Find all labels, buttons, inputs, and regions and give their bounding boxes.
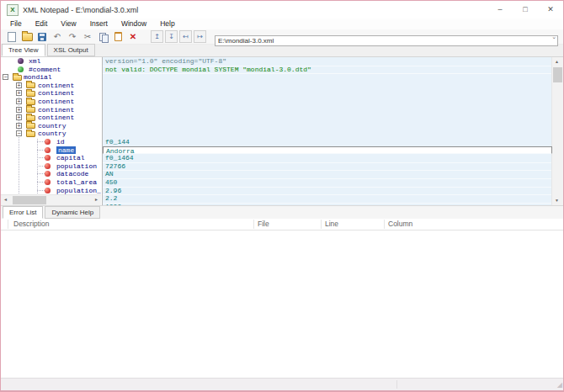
- value-cell[interactable]: [103, 122, 552, 130]
- menu-bar: File Edit View Insert Window Help: [1, 19, 563, 29]
- cut-button[interactable]: ✂: [81, 30, 94, 43]
- tree-node-label: total_area: [56, 178, 97, 187]
- expand-icon[interactable]: +: [16, 98, 22, 104]
- collapse-icon[interactable]: −: [16, 130, 22, 136]
- tree-row[interactable]: xml: [1, 57, 101, 66]
- tab-dynamic-help[interactable]: Dynamic Help: [45, 206, 100, 219]
- attribute-icon: [45, 139, 51, 145]
- menu-help[interactable]: Help: [153, 19, 181, 29]
- attribute-icon: [45, 171, 51, 177]
- tab-xsl-output[interactable]: XSL Output: [47, 44, 95, 56]
- column-file[interactable]: File: [258, 220, 269, 228]
- collapse-icon[interactable]: −: [3, 74, 8, 80]
- tree-connector: [37, 173, 45, 174]
- value-cell[interactable]: [103, 82, 552, 90]
- expand-icon[interactable]: +: [16, 90, 22, 96]
- tree-row[interactable]: −country: [1, 130, 101, 138]
- close-icon[interactable]: ✕: [538, 1, 563, 19]
- minimize-icon[interactable]: –: [487, 1, 513, 19]
- xml-tree[interactable]: xml#comment−mondial+continent+continent+…: [1, 57, 101, 205]
- tree-horizontal-scrollbar[interactable]: ◄ ►: [1, 194, 101, 205]
- tree-row[interactable]: id: [1, 138, 101, 146]
- title-bar: X XML Notepad - E:\mondial-3.0.xml – □ ✕: [1, 1, 563, 19]
- scroll-right-icon[interactable]: ►: [92, 195, 101, 204]
- scroll-up-icon[interactable]: ▲: [552, 57, 561, 66]
- tree-row[interactable]: −mondial: [1, 73, 101, 82]
- vertical-scrollbar[interactable]: ▲ ▼: [551, 57, 563, 205]
- vscroll-thumb[interactable]: [553, 67, 562, 82]
- copy-button[interactable]: [96, 30, 109, 43]
- tree-row[interactable]: +continent: [1, 98, 101, 106]
- expand-icon[interactable]: +: [16, 114, 22, 120]
- error-list-body: [1, 230, 563, 379]
- tree-row[interactable]: +continent: [1, 114, 101, 122]
- folder-icon: [26, 107, 35, 113]
- folder-icon: [26, 99, 35, 105]
- address-input[interactable]: [215, 35, 558, 46]
- column-line[interactable]: Line: [325, 220, 338, 228]
- tree-connector: [37, 190, 45, 191]
- app-icon: X: [7, 4, 19, 16]
- value-editor[interactable]: Andorra: [103, 146, 552, 155]
- maximize-icon[interactable]: □: [513, 1, 538, 19]
- attribute-icon: [45, 179, 51, 185]
- value-cell[interactable]: [103, 98, 552, 106]
- value-cell[interactable]: [103, 89, 552, 98]
- tree-connector: [37, 141, 45, 142]
- hscroll-thumb[interactable]: [13, 196, 46, 204]
- tree-row[interactable]: population: [1, 162, 101, 171]
- tree-row[interactable]: +country: [1, 122, 101, 130]
- menu-window[interactable]: Window: [114, 19, 153, 29]
- nudge-right-button[interactable]: ↦: [194, 30, 206, 43]
- value-cell[interactable]: 1000: [103, 203, 552, 205]
- menu-edit[interactable]: Edit: [29, 19, 55, 29]
- redo-button[interactable]: ↷: [66, 30, 79, 43]
- tree-row[interactable]: total_area: [1, 178, 101, 187]
- tree-node-label: continent: [38, 106, 74, 114]
- nudge-up-icon: ↥: [154, 33, 160, 40]
- tree-row[interactable]: capital: [1, 154, 101, 162]
- nudge-left-button[interactable]: ↤: [179, 30, 192, 43]
- tree-row[interactable]: +continent: [1, 82, 101, 90]
- value-cell[interactable]: [103, 130, 552, 138]
- chevron-down-icon[interactable]: ⌄: [551, 32, 556, 41]
- tree-node-label: name: [56, 146, 76, 155]
- menu-view[interactable]: View: [54, 19, 82, 29]
- tree-connector: [37, 157, 45, 158]
- column-column[interactable]: Column: [388, 220, 412, 228]
- save-button[interactable]: [35, 30, 49, 43]
- tab-error-list[interactable]: Error List: [3, 206, 43, 219]
- nudge-up-button[interactable]: ↥: [151, 30, 163, 43]
- folder-icon: [26, 115, 35, 121]
- tree-node-label: datacode: [56, 170, 88, 178]
- tree-row[interactable]: +continent: [1, 106, 101, 114]
- tree-row[interactable]: name: [1, 146, 101, 155]
- value-cell[interactable]: [103, 73, 552, 82]
- delete-button[interactable]: ✕: [126, 30, 140, 43]
- value-panel[interactable]: version="1.0" encoding="UTF-8"not valid:…: [102, 57, 552, 205]
- expand-icon[interactable]: +: [16, 123, 22, 129]
- expand-icon[interactable]: +: [16, 82, 22, 88]
- open-button[interactable]: [20, 30, 34, 43]
- value-cell[interactable]: [103, 106, 552, 114]
- column-description[interactable]: Description: [13, 220, 50, 228]
- value-cell[interactable]: [103, 114, 552, 122]
- attribute-icon: [45, 188, 51, 193]
- tree-row[interactable]: +continent: [1, 89, 101, 98]
- expand-icon[interactable]: +: [16, 107, 22, 113]
- tree-row[interactable]: datacode: [1, 170, 101, 178]
- undo-button[interactable]: ↶: [51, 30, 64, 43]
- window-title: XML Notepad - E:\mondial-3.0.xml: [23, 6, 487, 14]
- menu-insert[interactable]: Insert: [83, 19, 114, 29]
- open-folder-icon: [26, 131, 35, 137]
- nudge-left-icon: ↤: [183, 33, 189, 40]
- folder-icon: [26, 91, 35, 97]
- menu-file[interactable]: File: [3, 19, 29, 29]
- tab-tree-view[interactable]: Tree View: [2, 44, 45, 56]
- scroll-left-icon[interactable]: ◄: [1, 195, 10, 204]
- new-button[interactable]: [5, 30, 19, 43]
- nudge-down-button[interactable]: ↧: [165, 30, 178, 43]
- scroll-down-icon[interactable]: ▼: [552, 196, 561, 205]
- paste-button[interactable]: [111, 30, 125, 43]
- resize-grip-icon[interactable]: ◢: [557, 380, 562, 390]
